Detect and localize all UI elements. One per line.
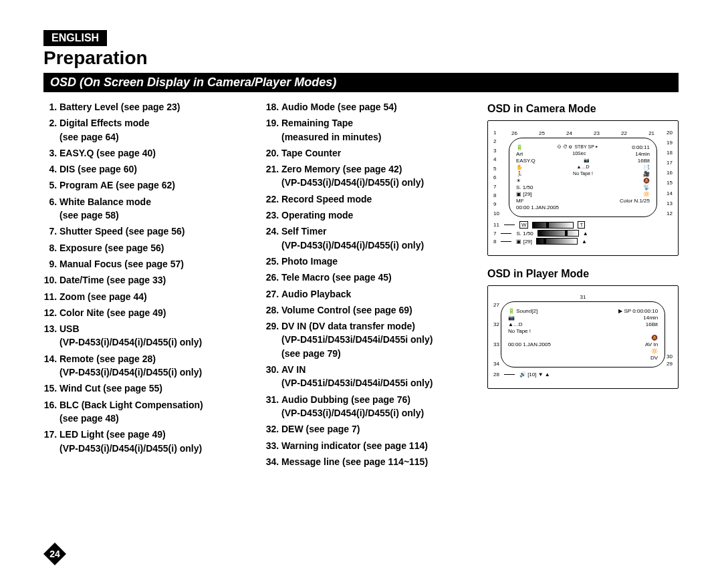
osd-list-item: Manual Focus (see page 57) [59,257,251,271]
osd-list-mid: Audio Mode (see page 54)Remaining Tape(m… [265,100,473,468]
osd-list-item: Warning indicator (see page 114) [281,439,473,452]
osd-list-item: LED Light (see page 49)(VP-D453(i)/D454(… [59,428,251,455]
osd-list-item: Remaining Tape(measured in minutes) [281,116,473,144]
label-11: 11 [493,222,499,228]
osd-list-item: Tele Macro (see page 45) [281,271,473,284]
osd-list-item: Self Timer(VP-D453(i)/D454(i)/D455(i) on… [281,225,473,252]
osd-list-item: Zero Memory (see page 42)(VP-D453(i)/D45… [281,162,473,190]
osd-list-item: Date/Time (see page 33) [59,273,251,287]
osd-list-item: BLC (Back Light Compensation)(see page 4… [59,398,251,426]
osd-list-item: Message line (see page 114~115) [281,455,473,468]
osd-list-item: Color Nite (see page 49) [59,306,251,319]
osd-list-item: Operating mode [281,208,473,222]
osd-list-item: EASY.Q (see page 40) [59,146,251,160]
osd-list-item: DV IN (DV data transfer mode)(VP-D451i/D… [281,319,473,360]
language-badge: ENGLISH [43,30,107,46]
osd-list-item: Zoom (see page 44) [59,290,251,303]
osd-list-item: Photo Image [281,255,473,268]
osd-list-item: Exposure (see page 56) [59,241,251,255]
player-mode-title: OSD in Player Mode [487,268,679,280]
label-7b: 7 [493,231,496,237]
osd-list-item: Program AE (see page 62) [59,178,251,192]
osd-list-item: DEW (see page 7) [281,422,473,436]
osd-list-item: AV IN(VP-D451i/D453i/D454i/D455i only) [281,363,473,390]
osd-list-item: White Balance mode(see page 58) [59,195,251,223]
osd-list-item: Shutter Speed (see page 56) [59,225,251,238]
osd-list-item: Audio Dubbing (see page 76)(VP-D453(i)/D… [281,393,473,420]
osd-list-left: Battery Level (see page 23)Digital Effec… [43,100,251,455]
page-title: Preparation [43,47,679,69]
osd-list-item: USB(VP-D453(i)/D454(i)/D455(i) only) [59,322,251,349]
camera-mode-diagram: 12345678910 262524232221 🔋⏲ ⏱ ⭘ STBY SP … [487,120,679,256]
osd-list-item: Tape Counter [281,146,473,160]
osd-list-item: Battery Level (see page 23) [59,100,251,114]
osd-list-item: DIS (see page 60) [59,162,251,176]
osd-list-item: Digital Effects mode(see page 64) [59,116,251,144]
label-8b: 8 [493,239,496,245]
osd-list-item: Volume Control (see page 69) [281,303,473,317]
camera-mode-title: OSD in Camera Mode [487,103,679,115]
osd-list-item: Wind Cut (see page 55) [59,382,251,395]
player-mode-diagram: 31 27323334 🔋 Sound[2]▶ SP 0:00:00:10 📷1… [487,285,679,389]
page-number-badge: 24 [43,543,66,568]
section-subtitle: OSD (On Screen Display in Camera/Player … [43,73,679,92]
osd-list-item: Audio Mode (see page 54) [281,100,473,114]
osd-list-item: Audio Playback [281,287,473,301]
osd-list-item: Remote (see page 28)(VP-D453(i)/D454(i)/… [59,352,251,380]
osd-list-item: Record Speed mode [281,192,473,206]
